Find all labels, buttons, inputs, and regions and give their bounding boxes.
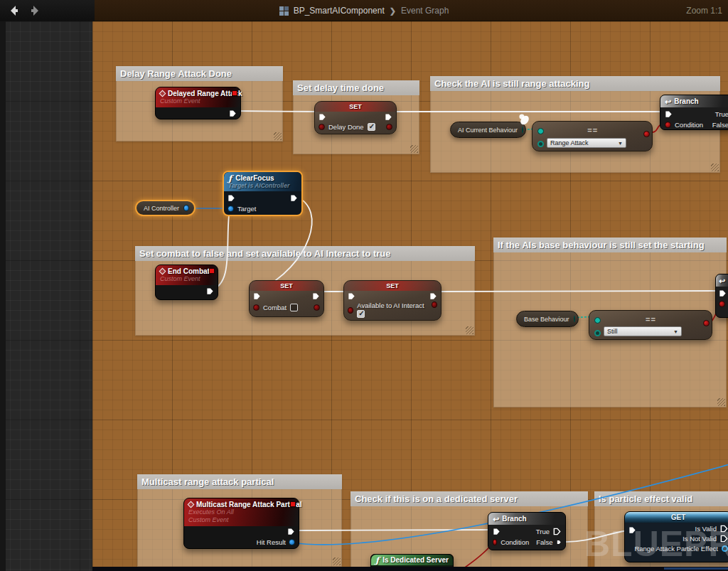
exec-out-pin[interactable]	[229, 110, 237, 117]
comment-title[interactable]: Check the AI is still range attacking	[430, 76, 720, 91]
exec-in-pin[interactable]	[493, 528, 500, 535]
exec-out-pin[interactable]	[290, 194, 298, 202]
exec-out-pin[interactable]	[206, 287, 214, 295]
object-out-pin[interactable]	[722, 545, 728, 552]
enum-out-pin[interactable]	[574, 316, 575, 322]
exec-out-pin[interactable]	[385, 113, 392, 121]
comment-resize-handle[interactable]	[711, 164, 719, 171]
bool-in-pin[interactable]	[253, 304, 259, 311]
exec-in-pin[interactable]	[348, 292, 355, 300]
node-delayed-range-attack-event[interactable]: Delayed Range Attack Custom Event	[155, 87, 241, 119]
available-checkbox[interactable]	[357, 310, 365, 318]
enum-value-dropdown[interactable]: Range Attack▼	[547, 138, 626, 148]
event-flag-icon[interactable]	[232, 90, 237, 96]
node-get-base-behaviour[interactable]: Base Behaviour	[516, 311, 579, 327]
comment-title[interactable]: Delay Range Attack Done	[116, 66, 283, 81]
comment-resize-handle[interactable]	[274, 132, 282, 140]
event-icon	[188, 501, 195, 508]
exec-in-pin[interactable]	[719, 289, 727, 297]
node-get-range-attack-particle-effect[interactable]: GET Is Valid Is Not Valid Range Attack P…	[624, 511, 728, 562]
enum-in-pin-2[interactable]	[537, 141, 544, 147]
chevron-down-icon: ▼	[673, 329, 678, 334]
branch-icon: ↩	[719, 277, 725, 284]
is-not-valid-exec-pin[interactable]	[720, 535, 728, 543]
exec-in-pin[interactable]	[665, 110, 673, 118]
bottom-edge-strip	[92, 567, 728, 571]
is-valid-exec-pin[interactable]	[720, 525, 728, 533]
event-icon	[159, 268, 166, 275]
enum-out-pin[interactable]	[522, 127, 523, 133]
comment-title[interactable]: If the AIs base behaviour is still set t…	[493, 238, 727, 252]
comment-title[interactable]: Is particle effect valid	[594, 491, 728, 506]
node-branch-bottom[interactable]: ↩Branch True Condition False	[488, 512, 566, 550]
delay-done-checkbox[interactable]	[368, 123, 375, 131]
target-in-pin[interactable]	[228, 206, 234, 212]
node-clear-focus[interactable]: ƒClearFocus Target is AIController Targe…	[223, 171, 303, 216]
comment-title[interactable]: Set combat to false and set available to…	[135, 246, 475, 261]
enum-in-pin[interactable]	[537, 128, 544, 134]
bool-out-pin[interactable]	[314, 304, 320, 311]
enum-value-dropdown[interactable]: Still▼	[604, 326, 682, 336]
condition-pin[interactable]	[665, 122, 671, 128]
comment-title[interactable]: Check if this is on a dedicated server	[350, 491, 588, 506]
graph-title-bar: BP_SmartAIComponent ❯ Event Graph Zoom 1…	[0, 0, 728, 21]
node-branch-clipped[interactable]: ↩	[715, 274, 728, 318]
function-icon: ƒ	[375, 557, 379, 564]
true-exec-out-pin[interactable]	[553, 528, 561, 535]
condition-pin[interactable]	[493, 539, 497, 545]
event-flag-icon[interactable]	[290, 501, 296, 507]
graph-canvas-outside[interactable]	[0, 21, 92, 571]
breadcrumb-separator: ❯	[390, 6, 396, 16]
breadcrumb-graph-name[interactable]: Event Graph	[401, 6, 449, 16]
node-set-delay-done[interactable]: SET Delay Done	[314, 101, 397, 134]
node-set-available-to-ai-interact[interactable]: SET Available to AI Interact	[343, 280, 441, 321]
event-icon	[159, 90, 166, 97]
blueprint-editor: BP_SmartAIComponent ❯ Event Graph Zoom 1…	[0, 0, 728, 571]
node-branch-top[interactable]: ↩Branch True Condition False	[660, 95, 728, 130]
event-flag-icon[interactable]	[209, 268, 215, 274]
hit-result-out-pin[interactable]	[289, 539, 295, 545]
chevron-down-icon: ▼	[618, 141, 623, 146]
exec-in-pin[interactable]	[318, 113, 326, 121]
branch-icon: ↩	[665, 98, 671, 105]
function-icon: ƒ	[228, 175, 232, 182]
condition-pin[interactable]	[719, 301, 725, 307]
exec-in-pin[interactable]	[253, 292, 261, 300]
node-set-combat[interactable]: SET Combat	[249, 280, 324, 317]
object-out-pin[interactable]	[183, 205, 189, 211]
node-get-ai-current-behaviour[interactable]: AI Current Behaviour	[450, 122, 526, 138]
comment-title[interactable]: Multicast range attack partical	[137, 474, 342, 489]
exec-out-pin[interactable]	[287, 528, 295, 535]
combat-checkbox[interactable]	[290, 304, 298, 311]
breadcrumb: BP_SmartAIComponent ❯ Event Graph	[0, 0, 728, 21]
false-exec-out-pin[interactable]	[557, 538, 562, 546]
comment-resize-handle[interactable]	[466, 326, 473, 334]
bool-out-pin[interactable]	[643, 131, 650, 137]
exec-out-pin[interactable]	[312, 292, 320, 300]
comment-resize-handle[interactable]	[717, 398, 725, 406]
exec-out-pin[interactable]	[429, 292, 437, 300]
zoom-level-label: Zoom 1:1	[686, 0, 722, 21]
bool-out-pin[interactable]	[386, 124, 392, 130]
comment-resize-handle[interactable]	[333, 557, 341, 565]
blueprint-icon	[279, 6, 289, 16]
enum-in-pin-2[interactable]	[594, 330, 601, 336]
comment-resize-handle[interactable]	[410, 145, 418, 153]
enum-in-pin[interactable]	[594, 317, 601, 324]
bool-in-pin[interactable]	[318, 124, 325, 130]
node-multicast-range-attack-partical[interactable]: Multicast Range Attack Partical Executes…	[183, 498, 299, 549]
bool-in-pin[interactable]	[348, 307, 353, 314]
node-end-combat-event[interactable]: End Combat Custom Event	[155, 265, 218, 300]
node-equal-range-attack[interactable]: == Range Attack▼	[532, 121, 653, 151]
exec-in-pin[interactable]	[628, 526, 636, 534]
comment-title[interactable]: Set delay time done	[293, 80, 419, 95]
node-equal-still[interactable]: == Still▼	[589, 310, 712, 340]
branch-icon: ↩	[493, 516, 499, 523]
node-get-ai-controller[interactable]: AI Controller	[135, 200, 196, 216]
bool-out-pin[interactable]	[703, 320, 710, 326]
bool-out-pin[interactable]	[432, 301, 437, 308]
exec-in-pin[interactable]	[228, 194, 235, 202]
breadcrumb-blueprint-name[interactable]: BP_SmartAIComponent	[294, 6, 385, 16]
